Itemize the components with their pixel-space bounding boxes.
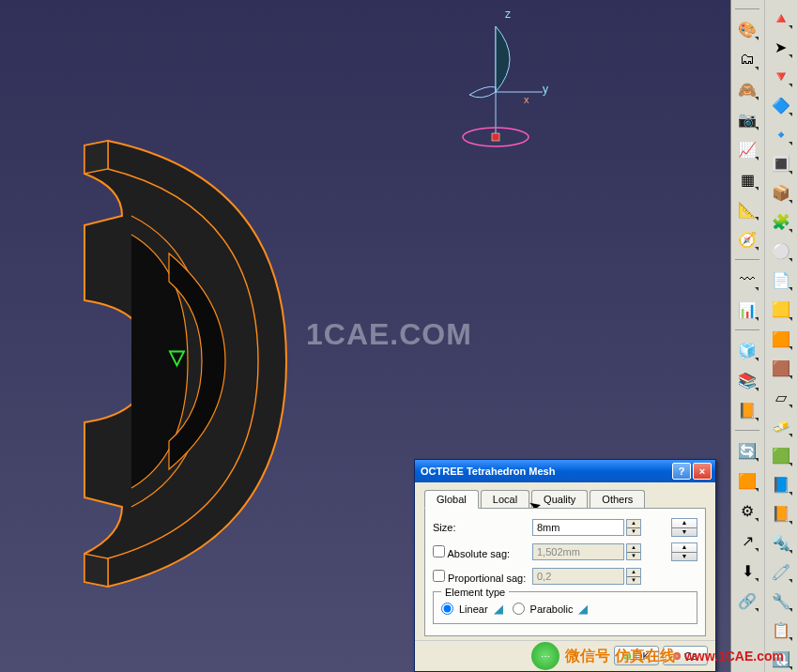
- stack3-icon[interactable]: 🟫: [768, 356, 794, 381]
- abs-sag-spinner: ▲▼: [626, 543, 641, 560]
- solid-yellow-icon[interactable]: 🧈: [768, 414, 794, 439]
- analysis-icon[interactable]: 🧩: [768, 209, 794, 235]
- welding-icon[interactable]: 🔩: [768, 530, 794, 556]
- layers-orange-icon[interactable]: 📙: [768, 501, 794, 527]
- prism-icon[interactable]: 🔷: [768, 93, 794, 118]
- plane-icon[interactable]: ▱: [768, 385, 794, 410]
- help-button[interactable]: ?: [672, 463, 691, 480]
- element-type-group: Element type Linear ◢ Parabolic ◢: [433, 591, 697, 624]
- size-spinner[interactable]: ▲▼: [626, 519, 641, 536]
- parabolic-tetra-icon: ◢: [578, 602, 588, 616]
- dialog-button-row: OK Ca: [415, 640, 715, 671]
- origin-marker-icon: ▽: [169, 345, 185, 370]
- toolbar-separator: [735, 430, 759, 431]
- constraint-icon[interactable]: 🔗: [734, 588, 760, 614]
- virtual-icon[interactable]: 🟧: [734, 467, 760, 494]
- tab-panel-global: Size: ▲▼ ▲▼ Absolute sag: ▲▼ ▲▼ Proporti…: [424, 508, 706, 636]
- close-button[interactable]: ×: [693, 463, 712, 480]
- mesh-local-icon[interactable]: ▦: [734, 166, 760, 192]
- size-input[interactable]: [532, 519, 624, 536]
- hide-icon[interactable]: 🙈: [734, 76, 760, 102]
- ok-button[interactable]: OK: [614, 646, 659, 665]
- abs-sag-text: Absolute sag:: [447, 548, 510, 559]
- linear-radio[interactable]: [441, 603, 453, 615]
- list-icon[interactable]: 📋: [768, 618, 794, 643]
- curve-icon[interactable]: 〰: [734, 267, 760, 293]
- cone-icon[interactable]: 🔻: [768, 64, 794, 89]
- right-toolbars: 🎨🗂🙈📷📈▦📐🧭〰📊🧊📚📙🔄🟧⚙↗⬇🔗 🔺➤🔻🔷🔹🔳📦🧩⚪📄🟨🟧🟫▱🧈🟩📘📙🔩🧷…: [730, 0, 797, 672]
- measure-icon[interactable]: 📐: [734, 196, 760, 222]
- axis-y-label: y: [543, 83, 548, 96]
- sphere-icon[interactable]: ⚪: [768, 238, 794, 264]
- watermark-text: 1CAE.COM: [306, 317, 472, 352]
- cancel-dot-icon: [673, 652, 681, 660]
- toolbar-separator: [735, 329, 759, 330]
- prop-sag-checkbox[interactable]: [433, 570, 445, 582]
- cancel-button[interactable]: Ca: [663, 646, 708, 665]
- linear-label: Linear: [459, 603, 488, 615]
- bolt-icon[interactable]: 🔧: [768, 588, 794, 614]
- toolbar-column-2: 🔺➤🔻🔷🔹🔳📦🧩⚪📄🟨🟧🟫▱🧈🟩📘📙🔩🧷🔧📋🔃: [764, 0, 798, 672]
- layers-icon[interactable]: 🗂: [734, 46, 760, 72]
- dialog-body: Global Local Quality Others Size: ▲▼ ▲▼ …: [415, 482, 715, 640]
- abs-sag-stepper[interactable]: ▲▼: [671, 542, 697, 561]
- tab-strip: Global Local Quality Others: [424, 490, 706, 509]
- layers-blue-icon[interactable]: 📘: [768, 472, 794, 497]
- prop-sag-text: Proportional sag:: [448, 573, 526, 584]
- abs-sag-input: [532, 543, 624, 560]
- tetra-icon[interactable]: 🔺: [768, 6, 794, 31]
- size-label: Size:: [433, 522, 532, 533]
- spring-icon[interactable]: ⚙: [734, 497, 760, 524]
- parabolic-radio[interactable]: [513, 603, 525, 615]
- box-icon[interactable]: 📦: [768, 180, 794, 206]
- chart-icon[interactable]: 📈: [734, 136, 760, 162]
- stack1-icon[interactable]: 🟨: [768, 297, 794, 322]
- abs-sag-checkbox[interactable]: [433, 545, 445, 557]
- refresh-icon[interactable]: 🔃: [768, 647, 794, 672]
- paint-icon[interactable]: 🎨: [734, 16, 760, 42]
- size-stepper[interactable]: ▲▼: [671, 518, 697, 537]
- toolbar-separator: [735, 259, 759, 260]
- select-icon[interactable]: ➤: [768, 35, 794, 60]
- sheet-icon[interactable]: 📄: [768, 267, 794, 293]
- tab-local[interactable]: Local: [481, 490, 529, 509]
- toolbar-column-1: 🎨🗂🙈📷📈▦📐🧭〰📊🧊📚📙🔄🟧⚙↗⬇🔗: [731, 0, 764, 672]
- dialog-titlebar[interactable]: OCTREE Tetrahedron Mesh ? ×: [415, 460, 715, 482]
- axis-x-label: x: [524, 94, 529, 105]
- tab-quality[interactable]: Quality: [531, 490, 588, 509]
- compass-widget[interactable]: z y x: [449, 8, 590, 158]
- prop-sag-checkbox-label[interactable]: Proportional sag:: [433, 570, 532, 584]
- stack2-icon[interactable]: 🟧: [768, 327, 794, 352]
- wire-icon[interactable]: 🔳: [768, 151, 794, 176]
- camera-icon[interactable]: 📷: [734, 106, 760, 132]
- cube-icon[interactable]: 🧊: [734, 337, 760, 363]
- part-model[interactable]: [66, 122, 310, 601]
- model-svg: [66, 122, 310, 601]
- linear-tetra-icon: ◢: [494, 602, 503, 616]
- abs-sag-checkbox-label[interactable]: Absolute sag:: [433, 545, 532, 559]
- sensor-icon[interactable]: 📊: [734, 297, 760, 323]
- tab-global[interactable]: Global: [424, 490, 479, 509]
- tab-others[interactable]: Others: [590, 490, 645, 509]
- compass-svg: [449, 8, 590, 158]
- dialog-title: OCTREE Tetrahedron Mesh: [421, 466, 670, 477]
- update-icon[interactable]: 🔄: [734, 437, 760, 464]
- element-type-legend: Element type: [441, 587, 509, 598]
- prop-sag-input: [532, 568, 624, 585]
- svg-rect-3: [492, 133, 499, 141]
- mesh-dialog: OCTREE Tetrahedron Mesh ? × Global Local…: [414, 459, 716, 672]
- compass-icon[interactable]: 🧭: [734, 226, 760, 252]
- connect-icon[interactable]: 🧷: [768, 559, 794, 585]
- ok-dot-icon: [623, 652, 631, 660]
- force-icon[interactable]: ↗: [734, 527, 760, 554]
- toolbar-separator: [735, 8, 759, 9]
- axis-z-label: z: [505, 8, 511, 21]
- prop-sag-spinner: ▲▼: [626, 568, 641, 585]
- pressure-icon[interactable]: ⬇: [734, 557, 760, 584]
- book-icon[interactable]: 📚: [734, 367, 760, 393]
- pyramid-icon[interactable]: 🔹: [768, 122, 794, 147]
- solid-green-icon[interactable]: 🟩: [768, 443, 794, 468]
- parabolic-label: Parabolic: [530, 603, 574, 615]
- catalog-icon[interactable]: 📙: [734, 397, 760, 423]
